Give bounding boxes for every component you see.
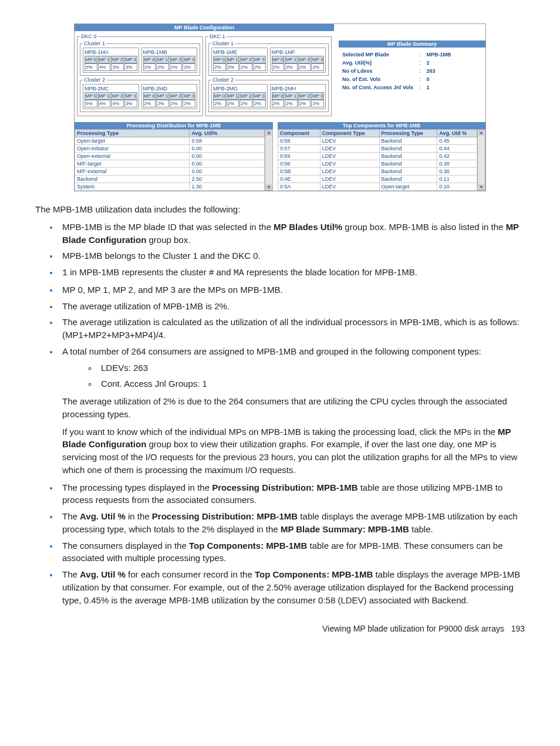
mp-value: 3% [111, 63, 124, 71]
table-row[interactable]: Backend2.50 [75, 175, 265, 183]
table-row[interactable]: M/F-target0.00 [75, 160, 265, 168]
body-text: The MPB-1MB utilization data includes th… [35, 203, 525, 606]
table-row[interactable]: 0:4ELDEVBackend0.11 [278, 175, 477, 183]
mp-cell[interactable]: MP 1 [156, 92, 169, 100]
column-header[interactable]: Component [278, 130, 321, 137]
mp-blade-box[interactable]: MPB-2MGMP 02%MP 12%MP 22%MP 32% [211, 84, 268, 109]
table-row[interactable]: 0:59LDEVBackend0.42 [278, 153, 477, 160]
cluster-fieldset: Cluster 2MPB-2MCMP 06%MP 14%MP 24%MP 33%… [80, 77, 200, 112]
mp-blade-config-screenshot: MP Blade Configuration DKC 0Cluster 1MPB… [74, 23, 486, 191]
mp-cell[interactable]: MP 1 [98, 92, 111, 100]
summary-table: Selected MP Blade:MPB-1MBAvg. Util(%):2N… [339, 50, 455, 92]
mp-value: 2% [183, 63, 195, 71]
dkc-fieldset: DKC 0Cluster 1MPB-1MAMP 05%MP 14%MP 23%M… [77, 33, 203, 116]
mp-value: 2% [156, 100, 169, 107]
mp-cell[interactable]: MP 3 [253, 92, 266, 100]
table-row[interactable]: 0:56LDEVBackend0.38 [278, 160, 477, 168]
column-header[interactable]: Avg. Util% [190, 130, 265, 137]
cluster-fieldset: Cluster 1MPB-1MEMP 02%MP 12%MP 22%MP 32%… [208, 40, 329, 76]
mp-cell[interactable]: MP 1 [156, 56, 169, 63]
summary-row: No. of Cont. Access Jnl Vols:1 [340, 84, 454, 91]
mp-cell[interactable]: MP 0 [143, 92, 156, 100]
mp-cell[interactable]: MP 3 [311, 92, 324, 100]
mp-cell[interactable]: MP 0 [272, 92, 285, 100]
sub-list-item: Cont. Access Jnl Groups: 1 [97, 377, 525, 390]
mp-value: 2% [253, 63, 266, 71]
mp-cell[interactable]: MP 0 [85, 92, 97, 100]
mp-value: 4% [98, 63, 111, 71]
table-row[interactable]: Open-target0.58 [75, 137, 265, 145]
mp-cell[interactable]: MP 2 [170, 56, 183, 63]
mp-cell[interactable]: MP 2 [239, 92, 252, 100]
list-item: The processing types displayed in the Pr… [59, 481, 525, 507]
mp-cell[interactable]: MP 1 [285, 56, 298, 63]
mp-cell[interactable]: MP 2 [239, 56, 252, 63]
scroll-up-icon[interactable]: ▴ [266, 130, 272, 136]
mp-cell[interactable]: MP 3 [124, 92, 137, 100]
mp-blade-box[interactable]: MPB-1MBMP 02%MP 12%MP 22%MP 32% [141, 48, 198, 73]
mp-cell[interactable]: MP 1 [227, 56, 239, 63]
para: The average utilization of 2% is due to … [62, 395, 525, 421]
mp-blade-box[interactable]: MPB-1MAMP 05%MP 14%MP 23%MP 33% [83, 48, 139, 73]
scrollbar[interactable]: ▴ ▾ [265, 129, 273, 191]
mp-value: 2% [170, 63, 183, 71]
mp-cell[interactable]: MP 2 [111, 92, 124, 100]
mp-blade-box[interactable]: MPB-2MDMP 02%MP 12%MP 22%MP 32% [141, 84, 198, 109]
top-comp-header: Top Components for MPB-1MB [278, 122, 485, 129]
mp-cell[interactable]: MP 0 [213, 92, 226, 100]
sub-list-item: LDEVs: 263 [97, 362, 525, 374]
column-header[interactable]: Component Type [320, 130, 379, 137]
intro-text: The MPB-1MB utilization data includes th… [35, 203, 525, 216]
mp-cell[interactable]: MP 3 [311, 56, 324, 63]
column-header[interactable]: Processing Type [379, 130, 437, 137]
mp-blade-box[interactable]: MPB-1MFMP 02%MP 12%MP 22%MP 32% [270, 48, 326, 73]
mp-value: 2% [272, 63, 285, 71]
mp-cell[interactable]: MP 2 [298, 92, 311, 100]
column-header[interactable]: Avg. Util % [437, 130, 477, 137]
scroll-down-icon[interactable]: ▾ [266, 184, 272, 190]
mp-cell[interactable]: MP 3 [253, 56, 266, 63]
proc-dist-header: Processing Distribution for MPB-1MB [75, 122, 273, 129]
mp-cell[interactable]: MP 3 [183, 56, 195, 63]
mp-cell[interactable]: MP 0 [213, 56, 226, 63]
mp-cell[interactable]: MP 1 [98, 56, 111, 63]
mp-value: 2% [253, 100, 266, 107]
mp-value: 2% [156, 63, 169, 71]
summary-header: MP Blade Summary [339, 40, 485, 48]
mp-cell[interactable]: MP 3 [124, 56, 137, 63]
mp-blade-box[interactable]: MPB-2MCMP 06%MP 14%MP 24%MP 33% [83, 84, 139, 109]
mp-blade-box[interactable]: MPB-2MHMP 02%MP 12%MP 22%MP 32% [270, 84, 326, 109]
mp-value: 2% [213, 100, 226, 107]
table-row[interactable]: 0:57LDEVBackend0.44 [278, 145, 477, 153]
table-row[interactable]: System1.30 [75, 183, 265, 191]
mp-cell[interactable]: MP 2 [298, 56, 311, 63]
mp-cell[interactable]: MP 2 [170, 92, 183, 100]
mp-value: 2% [239, 100, 252, 107]
mp-cell[interactable]: MP 2 [111, 56, 124, 63]
summary-row: No. of Ext. Vols:0 [340, 76, 454, 83]
table-row[interactable]: Open-external0.00 [75, 153, 265, 160]
scroll-up-icon[interactable]: ▴ [478, 130, 484, 136]
mp-value: 2% [213, 63, 226, 71]
table-row[interactable]: 0:5BLDEVBackend0.36 [278, 168, 477, 175]
column-header[interactable]: Processing Type [75, 130, 190, 137]
list-item: 1 in MPB-1MB represents the cluster # an… [59, 266, 525, 280]
table-row[interactable]: 0:5ALDEVOpen-target0.10 [278, 183, 477, 191]
mp-value: 2% [143, 100, 156, 107]
summary-row: Selected MP Blade:MPB-1MB [340, 51, 454, 58]
table-row[interactable]: 0:58LDEVBackend0.45 [278, 137, 477, 145]
mp-cell[interactable]: MP 1 [227, 92, 239, 100]
table-row[interactable]: M/F-external0.00 [75, 168, 265, 175]
mp-value: 2% [239, 63, 252, 71]
scroll-down-icon[interactable]: ▾ [478, 184, 484, 190]
mp-cell[interactable]: MP 0 [272, 56, 285, 63]
mp-cell[interactable]: MP 3 [183, 92, 195, 100]
scrollbar[interactable]: ▴ ▾ [477, 129, 485, 191]
proc-dist-table: Processing TypeAvg. Util%Open-target0.58… [75, 129, 265, 191]
mp-cell[interactable]: MP 0 [143, 56, 156, 63]
mp-cell[interactable]: MP 1 [285, 92, 298, 100]
mp-blade-box[interactable]: MPB-1MEMP 02%MP 12%MP 22%MP 32% [211, 48, 268, 73]
table-row[interactable]: Open-initiator0.00 [75, 145, 265, 153]
mp-cell[interactable]: MP 0 [85, 56, 97, 63]
mp-value: 4% [98, 100, 111, 107]
